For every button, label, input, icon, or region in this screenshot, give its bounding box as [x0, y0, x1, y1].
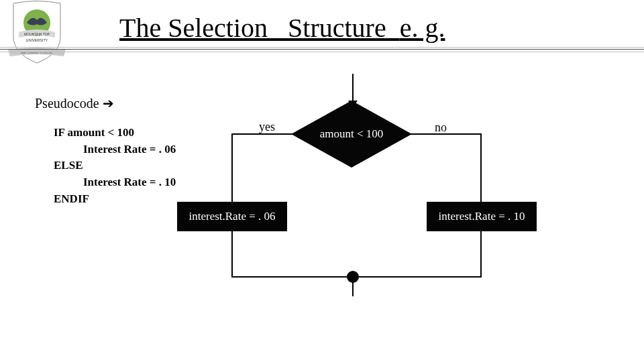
code-line-2: Interest Rate = . 06	[54, 141, 176, 158]
title-rule-inner	[0, 49, 644, 50]
slide-title: The Selection Structure e. g.	[119, 12, 445, 44]
edge-no-v	[480, 133, 482, 202]
edge-no-h	[411, 133, 482, 135]
edge-join-right	[359, 276, 482, 278]
process-yes: interest.Rate = . 06	[177, 202, 287, 231]
title-plain: e. g.	[400, 13, 445, 43]
pseudocode-heading: Pseudocode ➔	[35, 95, 114, 111]
edge-label-yes: yes	[259, 120, 275, 134]
logo-bottom-text: UNIVERSITY	[25, 38, 48, 42]
code-line-3: ELSE	[54, 159, 83, 172]
code-line-5: ENDIF	[54, 192, 89, 205]
slide: MOUNTAIN TOP UNIVERSITY EMPOWERED TO EXC…	[0, 0, 644, 362]
process-no-text: interest.Rate = . 10	[438, 210, 525, 223]
pseudocode-block: IF amount < 100 Interest Rate = . 06 ELS…	[54, 125, 176, 207]
title-rule	[0, 47, 644, 52]
edge-yes-down	[231, 231, 233, 276]
title-underlined: The Selection Structure	[119, 13, 400, 43]
edge-yes-v	[231, 133, 233, 202]
edge-label-no: no	[435, 121, 447, 135]
code-line-1: IF amount < 100	[54, 126, 134, 139]
process-yes-text: interest.Rate = . 06	[189, 210, 275, 223]
edge-yes-h	[231, 133, 293, 135]
edge-no-down	[480, 231, 482, 276]
join-node	[347, 271, 359, 283]
decision-node: amount < 100	[291, 101, 412, 168]
pseudocode-label: Pseudocode	[35, 96, 103, 111]
process-no: interest.Rate = . 10	[427, 202, 537, 231]
edge-entry	[352, 74, 354, 104]
logo-top-text: MOUNTAIN TOP	[24, 32, 50, 36]
arrow-right-icon: ➔	[103, 96, 114, 111]
edge-join-left	[231, 276, 353, 278]
code-line-4: Interest Rate = . 10	[54, 174, 176, 191]
decision-text: amount < 100	[291, 101, 412, 168]
university-logo: MOUNTAIN TOP UNIVERSITY EMPOWERED TO EXC…	[7, 0, 67, 64]
